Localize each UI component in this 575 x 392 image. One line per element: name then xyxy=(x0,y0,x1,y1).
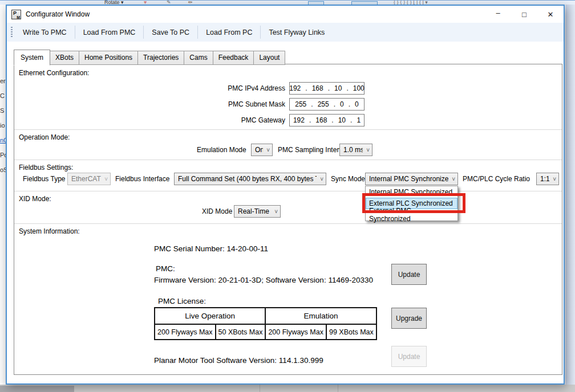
license-cell: 99 XBots Max xyxy=(326,324,376,340)
sync-option-internal-pmc[interactable]: Internal PMC Synchronized xyxy=(366,186,457,198)
background-left-strip: er C S io nC Po oS xyxy=(0,5,6,383)
octet: 192 xyxy=(289,84,301,92)
sync-mode-label: Sync Mode xyxy=(331,175,365,183)
sync-option-external-pmc[interactable]: External PMC Synchronized xyxy=(366,209,457,220)
background-fragment: C xyxy=(0,92,5,99)
button-label: Test Flyway Links xyxy=(269,28,325,36)
brush-icon: ✏ xyxy=(188,0,193,5)
fieldbus-interface-select[interactable]: Full Command Set (400 bytes RX, 400 byte… xyxy=(174,173,326,185)
ethernet-section-title: Ethernet Configuration: xyxy=(19,69,89,77)
option-label: External PMC Synchronized xyxy=(369,207,454,223)
background-fragment: oS xyxy=(0,166,6,173)
tab-cams[interactable]: Cams xyxy=(184,51,213,65)
license-header-live: Live Operation xyxy=(155,308,265,324)
app-icon: P M xyxy=(11,10,21,19)
sampling-interval-label: PMC Sampling Interval xyxy=(278,146,348,154)
gateway-field[interactable]: 192168101 xyxy=(289,114,365,126)
screen: Rotate ▾ ♥ ✎ ✏ { } ⟨ ⟩ ( ) ⌊ | ( | ▾ er … xyxy=(0,0,575,392)
tab-label: Home Positions xyxy=(84,54,132,62)
tab-label: Layout xyxy=(259,54,280,62)
window-title: Configurator Window xyxy=(26,10,90,18)
background-symbols: { } ⟨ ⟩ ( ) ⌊ | ( | ▾ xyxy=(394,0,428,5)
tab-label: Feedback xyxy=(218,54,249,62)
tab-system[interactable]: System xyxy=(14,50,50,66)
minimize-icon: – xyxy=(496,9,500,17)
chevron-down-icon: ˅ xyxy=(452,176,455,182)
update-tool-button[interactable]: Update xyxy=(391,346,427,367)
selected-value: Internal PMC Synchronized xyxy=(369,175,448,183)
license-cell: 200 Flyways Max xyxy=(265,324,326,340)
tab-feedback[interactable]: Feedback xyxy=(213,51,254,65)
background-fragment: er xyxy=(0,77,6,84)
selected-value: Real-Time ID xyxy=(238,207,271,215)
tab-label: System xyxy=(21,54,43,62)
test-flyway-links-button[interactable]: Test Flyway Links xyxy=(261,23,333,42)
load-from-pmc-button[interactable]: Load From PMC xyxy=(75,23,144,42)
octet: 100 xyxy=(342,84,364,92)
toolbar: Write To PMC Load From PMC Save To PC Lo… xyxy=(7,23,564,42)
maximize-button[interactable]: □ xyxy=(511,6,537,23)
system-info-section-title: System Information: xyxy=(19,227,80,235)
selected-value: Full Command Set (400 bytes RX, 400 byte… xyxy=(178,175,317,183)
pmc-versions: Firmware Version: 20-21-01-3D; Software … xyxy=(154,276,373,284)
option-label: Internal PMC Synchronized xyxy=(369,188,452,196)
load-from-pc-button[interactable]: Load From PC xyxy=(198,23,260,42)
section-divider xyxy=(14,223,562,224)
selected-value: On xyxy=(255,146,263,154)
save-to-pc-button[interactable]: Save To PC xyxy=(144,23,197,42)
background-bottom-strip xyxy=(0,385,575,392)
background-fragment: Po xyxy=(0,152,6,158)
tab-xbots[interactable]: XBots xyxy=(50,51,79,65)
license-heading: PMC License: xyxy=(158,297,206,305)
button-label: Upgrade xyxy=(396,315,422,322)
fieldbus-type-select[interactable]: EtherCAT ˅ xyxy=(67,173,111,185)
close-button[interactable]: ✕ xyxy=(537,6,564,23)
toolbar-grip-icon[interactable] xyxy=(11,27,13,38)
cycle-ratio-select[interactable]: 1:1 ˅ xyxy=(536,173,559,185)
sync-mode-dropdown-popup: Internal PMC Synchronized External PLC S… xyxy=(365,186,458,221)
section-divider xyxy=(14,191,562,191)
background-fragment-link: nC xyxy=(0,137,6,144)
background-right-strip xyxy=(565,5,575,385)
chevron-down-icon: ˅ xyxy=(104,176,108,182)
license-table: Live Operation Emulation 200 Flyways Max… xyxy=(154,307,377,340)
table-row: 200 Flyways Max 50 XBots Max 200 Flyways… xyxy=(155,324,376,340)
upgrade-license-button[interactable]: Upgrade xyxy=(391,308,427,329)
selected-value: 1:1 xyxy=(540,175,549,183)
configurator-window: P M Configurator Window – □ ✕ Write To P… xyxy=(6,5,565,385)
emulation-mode-select[interactable]: On ˅ xyxy=(251,144,273,156)
close-icon: ✕ xyxy=(548,10,554,19)
octet: 255 xyxy=(295,100,306,108)
license-header-emulation: Emulation xyxy=(265,308,376,324)
octet: 255 xyxy=(306,100,329,108)
tab-trajectories[interactable]: Trajectories xyxy=(137,51,184,65)
octet: 192 xyxy=(293,116,305,124)
chevron-down-icon: ˅ xyxy=(320,176,323,182)
sync-mode-select[interactable]: Internal PMC Synchronized ˅ xyxy=(365,173,458,185)
write-to-pmc-button[interactable]: Write To PMC xyxy=(15,23,75,42)
update-firmware-button[interactable]: Update xyxy=(391,264,427,285)
button-label: Write To PMC xyxy=(23,28,67,36)
chevron-down-icon: ˅ xyxy=(366,147,370,153)
octet: 0 xyxy=(344,100,359,108)
background-rotate-label: Rotate ▾ xyxy=(104,0,124,5)
xid-mode-select[interactable]: Real-Time ID ˅ xyxy=(234,205,281,218)
tab-strip: System XBots Home Positions Trajectories… xyxy=(14,50,285,65)
tab-layout[interactable]: Layout xyxy=(253,51,285,65)
divider xyxy=(338,385,338,392)
app-icon-letter: M xyxy=(17,15,20,19)
sampling-interval-select[interactable]: 1.0 ms ˅ xyxy=(339,144,372,156)
tab-home-positions[interactable]: Home Positions xyxy=(79,51,138,65)
minimize-button[interactable]: – xyxy=(485,6,511,23)
section-divider xyxy=(14,129,562,130)
xid-mode-label: XID Mode xyxy=(202,207,232,215)
ipv4-address-field[interactable]: 19216810100 xyxy=(289,82,365,95)
title-bar[interactable]: P M Configurator Window – □ ✕ xyxy=(7,6,564,23)
xid-section-title: XID Mode: xyxy=(19,195,51,203)
chevron-down-icon: ˅ xyxy=(274,209,278,215)
chevron-down-icon: ˅ xyxy=(553,176,556,182)
tool-software-version: Planar Motor Tool Software Version: 114.… xyxy=(154,356,323,365)
fieldbus-interface-label: Fieldbus Interface xyxy=(115,175,169,183)
subnet-mask-field[interactable]: 25525500 xyxy=(289,98,365,111)
chevron-down-icon: ˅ xyxy=(266,147,270,153)
